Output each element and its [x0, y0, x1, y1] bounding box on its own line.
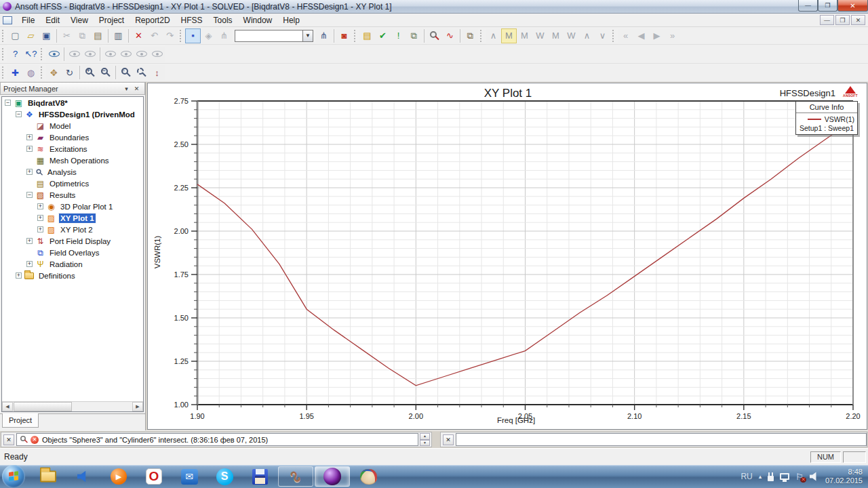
expand-icon[interactable]: +: [37, 215, 43, 221]
expand-icon[interactable]: +: [16, 272, 22, 279]
xy-plot-canvas[interactable]: 1.901.952.002.052.102.152.201.001.251.50…: [148, 83, 867, 429]
select-face-icon[interactable]: ◈: [201, 28, 216, 43]
panel-dropdown-icon[interactable]: ▾: [121, 84, 132, 94]
message-field[interactable]: ✕ Objects "Sphere3" and "Cylinder6" inte…: [16, 433, 418, 446]
menu-view[interactable]: View: [65, 14, 94, 26]
toolbar-grip[interactable]: [40, 48, 44, 60]
redo-icon[interactable]: ↷: [162, 28, 178, 43]
solve-setup-icon[interactable]: ◙: [336, 28, 352, 43]
toolbar-grip[interactable]: [1, 48, 5, 60]
tree-item-excitations[interactable]: +≋Excitations: [2, 143, 143, 155]
tree-item-xy-plot-1[interactable]: +▨XY Plot 1: [2, 212, 143, 224]
toolbar-grip[interactable]: [479, 30, 484, 42]
message-spinner[interactable]: ▲▼: [420, 433, 430, 446]
fit-all-icon[interactable]: [118, 65, 134, 80]
sweep-wave-5-icon[interactable]: M: [548, 28, 564, 43]
title-bar[interactable]: Ansoft HFSS - BiqdratV8 - HFSSDesign1 - …: [0, 0, 868, 14]
expand-icon[interactable]: +: [37, 226, 43, 232]
messages-icon[interactable]: [427, 28, 442, 43]
corel-taskbar-icon[interactable]: ∾: [278, 466, 313, 487]
next-frame-icon[interactable]: ▶: [649, 28, 665, 43]
collapse-icon[interactable]: −: [16, 111, 22, 117]
toolbar-grip[interactable]: [612, 30, 616, 42]
save-icon[interactable]: ▣: [39, 28, 54, 43]
sweep-wave-1-icon[interactable]: ∧: [486, 28, 501, 43]
expand-icon[interactable]: +: [26, 261, 33, 267]
start-button[interactable]: [2, 465, 25, 488]
zoom-in-icon[interactable]: [82, 65, 98, 80]
print-icon[interactable]: ▥: [111, 28, 126, 43]
combo-field[interactable]: [235, 30, 302, 42]
open-folder-icon[interactable]: ▱: [23, 28, 39, 43]
network-icon[interactable]: [780, 473, 789, 480]
mail-taskbar-icon[interactable]: ✉: [172, 466, 207, 487]
expand-icon[interactable]: +: [26, 134, 33, 140]
backup-taskbar-icon[interactable]: [242, 466, 277, 487]
solution-data-icon[interactable]: ⧉: [406, 28, 422, 43]
undo-icon[interactable]: ↶: [146, 28, 162, 43]
show-all-icon[interactable]: [46, 47, 62, 62]
visibility-window-icon[interactable]: [149, 47, 165, 62]
menu-tools[interactable]: Tools: [208, 14, 238, 26]
delete-icon[interactable]: ✕: [131, 28, 146, 43]
menu-project[interactable]: Project: [94, 14, 130, 26]
tree-item-hfssdesign1-drivenmod[interactable]: −❖HFSSDesign1 (DrivenMod: [2, 108, 143, 120]
action-center-flag-icon[interactable]: ⚐: [795, 472, 804, 482]
scrollbar-thumb[interactable]: [14, 402, 72, 411]
menu-window[interactable]: Window: [238, 14, 278, 26]
scroll-left-icon[interactable]: ◀: [2, 402, 13, 411]
minimize-button[interactable]: —: [798, 0, 818, 12]
tree-item-port-field-display[interactable]: +⇅Port Field Display: [2, 235, 143, 247]
restore-button[interactable]: ❐: [818, 0, 837, 12]
rotate-icon[interactable]: ↻: [62, 65, 77, 80]
combo-dropdown-icon[interactable]: ▼: [302, 30, 313, 42]
collapse-icon[interactable]: −: [5, 100, 11, 106]
create-report-icon[interactable]: ∿: [442, 28, 458, 43]
sweep-wave-3-icon[interactable]: M: [517, 28, 532, 43]
toolbar-grip[interactable]: [1, 66, 5, 79]
menu-edit[interactable]: Edit: [40, 14, 65, 26]
tree-item-definitions[interactable]: +Definitions: [2, 270, 143, 281]
validate-icon[interactable]: ✔: [375, 28, 391, 43]
tree-item-xy-plot-2[interactable]: +▨XY Plot 2: [2, 224, 143, 235]
hide-selection-icon[interactable]: [66, 47, 82, 62]
ansoft-hfss-taskbar-icon[interactable]: [315, 466, 350, 487]
close-button[interactable]: ✕: [837, 0, 868, 12]
tab-project[interactable]: Project: [2, 413, 39, 428]
sweep-wave-6-icon[interactable]: W: [564, 28, 579, 43]
tree-item-mesh-operations[interactable]: ▦Mesh Operations: [2, 155, 143, 166]
explorer-taskbar-icon[interactable]: [31, 466, 66, 487]
selection-combo[interactable]: ▼: [235, 30, 313, 42]
tree-item-optimetrics[interactable]: ▤Optimetrics: [2, 178, 143, 189]
last-frame-icon[interactable]: »: [665, 28, 680, 43]
first-frame-icon[interactable]: «: [618, 28, 633, 43]
legend-box[interactable]: Curve Info VSWR(1) Setup1 : Sweep1: [795, 101, 858, 135]
tree-horizontal-scrollbar[interactable]: ◀ ▶: [2, 401, 143, 411]
pan-icon[interactable]: ✥: [46, 65, 62, 80]
mdi-close-button[interactable]: ✕: [851, 15, 865, 25]
project-manager-header[interactable]: Project Manager ▾ ✕: [0, 82, 145, 95]
tree-item-field-overlays[interactable]: ⧉Field Overlays: [2, 247, 143, 258]
fit-selection-icon[interactable]: [134, 65, 149, 80]
boolean-unite-icon[interactable]: ✚: [7, 65, 23, 80]
copy-icon[interactable]: ⧉: [75, 28, 90, 43]
analyze-all-icon[interactable]: !: [391, 28, 406, 43]
project-tree[interactable]: −▣BiqdratV8*−❖HFSSDesign1 (DrivenMod◪Mod…: [1, 96, 144, 412]
mdi-document-icon[interactable]: [3, 16, 12, 24]
select-object-icon[interactable]: ▪: [185, 28, 201, 43]
validation-report-icon[interactable]: ▤: [359, 28, 375, 43]
panel-close-icon[interactable]: ✕: [132, 84, 142, 94]
mdi-restore-button[interactable]: ❐: [835, 15, 850, 25]
menu-hfss[interactable]: HFSS: [176, 14, 208, 26]
mdi-minimize-button[interactable]: —: [820, 15, 834, 25]
tree-item-boundaries[interactable]: +▰Boundaries: [2, 131, 143, 143]
progress-pane-close-icon[interactable]: ✕: [443, 434, 454, 445]
coordinate-sphere-icon[interactable]: ◍: [23, 65, 39, 80]
sweep-wave-2-icon[interactable]: M: [501, 28, 517, 43]
new-icon[interactable]: ▢: [7, 28, 23, 43]
menu-file[interactable]: File: [16, 14, 40, 26]
tree-item-biqdratv8[interactable]: −▣BiqdratV8*: [2, 97, 143, 108]
zoom-out-icon[interactable]: [98, 65, 113, 80]
tree-item-model[interactable]: ◪Model: [2, 120, 143, 131]
message-pane-close-icon[interactable]: ✕: [3, 434, 14, 445]
